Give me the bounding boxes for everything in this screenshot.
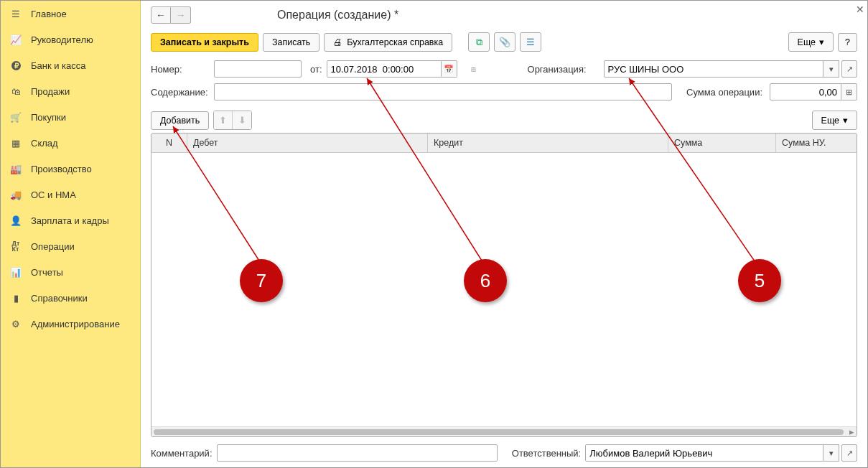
responsible-input[interactable]: [585, 444, 823, 462]
move-up-button[interactable]: ⬆: [214, 111, 233, 129]
content-input[interactable]: [214, 83, 672, 100]
arrow-down-icon: ⬇: [238, 115, 246, 126]
org-dropdown-button[interactable]: ▾: [823, 60, 839, 78]
th-sum-nu[interactable]: Сумма НУ.: [776, 134, 857, 152]
truck-icon: 🚚: [9, 188, 22, 201]
book-icon: ▮: [9, 291, 22, 304]
sidebar-item-operations[interactable]: ДтКт Операции: [1, 233, 140, 259]
help-button[interactable]: ?: [838, 33, 857, 52]
sidebar-item-admin[interactable]: ⚙ Администрирование: [1, 311, 140, 337]
table-body[interactable]: [151, 153, 857, 426]
calculator-icon: ⊞: [846, 88, 852, 97]
menu-icon: ☰: [9, 7, 22, 20]
comment-input[interactable]: [217, 444, 498, 462]
paperclip-icon: 📎: [499, 37, 510, 47]
ruble-icon: ₽: [9, 59, 22, 72]
time-button[interactable]: ⧆: [466, 60, 482, 78]
calc-button[interactable]: ⊞: [841, 83, 857, 100]
sidebar-item-label: Продажи: [31, 86, 70, 97]
nav-back-button[interactable]: ←: [151, 6, 171, 24]
sidebar: ☰ Главное 📈 Руководителю ₽ Банк и касса …: [1, 1, 141, 467]
table-header: N Дебет Кредит Сумма Сумма НУ.: [151, 134, 857, 153]
link-icon: ⧉: [476, 37, 482, 48]
sidebar-item-label: Производство: [31, 164, 92, 174]
content-label: Содержание:: [151, 87, 210, 98]
calendar-icon: 📅: [444, 65, 454, 74]
sidebar-item-reports[interactable]: 📊 Отчеты: [1, 259, 140, 285]
sidebar-item-label: Отчеты: [31, 267, 63, 278]
chevron-down-icon: ▾: [843, 115, 848, 126]
sidebar-item-production[interactable]: 🏭 Производство: [1, 156, 140, 182]
date-picker-button[interactable]: 📅: [442, 60, 457, 78]
sidebar-item-label: Зарплата и кадры: [31, 215, 109, 226]
sum-input[interactable]: [770, 83, 841, 100]
comment-label: Комментарий:: [151, 448, 213, 459]
number-input[interactable]: [214, 60, 302, 78]
list-button[interactable]: ☰: [520, 32, 541, 52]
main-content: ✕ ← → Операция (создание) * Записать и з…: [141, 1, 867, 467]
entries-table: N Дебет Кредит Сумма Сумма НУ. ▸: [151, 133, 857, 437]
table-more-button[interactable]: Еще ▾: [812, 111, 857, 130]
factory-icon: 🏭: [9, 162, 22, 175]
cart-icon: 🛒: [9, 111, 22, 123]
org-label: Организация:: [528, 64, 599, 75]
report-button[interactable]: 🖨 Бухгалтерская справка: [324, 33, 452, 52]
chart-icon: 📈: [9, 33, 22, 46]
th-credit[interactable]: Кредит: [428, 134, 668, 152]
bars-icon: 📊: [9, 266, 22, 279]
sidebar-item-warehouse[interactable]: ▦ Склад: [1, 130, 140, 156]
save-close-button[interactable]: Записать и закрыть: [151, 33, 258, 52]
arrow-up-icon: ⬆: [219, 115, 227, 126]
sidebar-item-label: Операции: [31, 241, 75, 252]
org-input[interactable]: [604, 60, 823, 78]
sidebar-item-manager[interactable]: 📈 Руководителю: [1, 27, 140, 52]
page-title: Операция (создание) *: [277, 9, 398, 22]
move-down-button[interactable]: ⬇: [233, 111, 251, 129]
svg-text:₽: ₽: [14, 62, 19, 70]
printer-icon: 🖨: [333, 37, 343, 47]
gear-icon: ⚙: [9, 317, 22, 330]
nav-forward-button[interactable]: →: [171, 6, 191, 24]
sidebar-item-bank[interactable]: ₽ Банк и касса: [1, 52, 140, 78]
sidebar-item-label: Администрирование: [31, 319, 120, 329]
from-label: от:: [310, 64, 322, 75]
th-debit[interactable]: Дебет: [187, 134, 428, 152]
person-icon: 👤: [9, 214, 22, 227]
responsible-dropdown-button[interactable]: ▾: [823, 444, 839, 462]
sidebar-item-label: Главное: [31, 9, 67, 19]
clock-icon: ⧆: [471, 65, 476, 74]
more-button[interactable]: Еще ▾: [788, 32, 834, 52]
number-label: Номер:: [151, 64, 210, 75]
list-icon: ☰: [526, 37, 535, 47]
th-sum[interactable]: Сумма: [668, 134, 776, 152]
sidebar-item-label: Справочники: [31, 293, 88, 304]
horizontal-scrollbar[interactable]: ▸: [151, 426, 857, 436]
debit-credit-icon: ДтКт: [9, 240, 22, 253]
move-buttons: ⬆ ⬇: [213, 111, 252, 130]
sidebar-item-directories[interactable]: ▮ Справочники: [1, 285, 140, 311]
scroll-right-icon[interactable]: ▸: [849, 426, 854, 437]
sum-label: Сумма операции:: [686, 87, 765, 98]
sidebar-item-label: Руководителю: [31, 34, 93, 45]
th-n[interactable]: N: [151, 134, 187, 152]
sidebar-item-label: Банк и касса: [31, 60, 86, 71]
scroll-thumb[interactable]: [154, 429, 844, 435]
add-button[interactable]: Добавить: [151, 111, 209, 130]
date-input[interactable]: [327, 60, 442, 78]
sidebar-item-sales[interactable]: 🛍 Продажи: [1, 78, 140, 104]
chevron-down-icon: ▾: [819, 37, 824, 47]
bag-icon: 🛍: [9, 85, 22, 98]
link-button[interactable]: ⧉: [468, 32, 490, 52]
org-open-button[interactable]: ↗: [841, 60, 857, 78]
boxes-icon: ▦: [9, 136, 22, 149]
sidebar-item-purchases[interactable]: 🛒 Покупки: [1, 104, 140, 130]
attach-button[interactable]: 📎: [494, 32, 515, 52]
sidebar-item-payroll[interactable]: 👤 Зарплата и кадры: [1, 207, 140, 233]
sidebar-item-main[interactable]: ☰ Главное: [1, 1, 140, 27]
sidebar-item-assets[interactable]: 🚚 ОС и НМА: [1, 182, 140, 207]
sidebar-item-label: Склад: [31, 138, 58, 149]
sidebar-item-label: Покупки: [31, 112, 66, 123]
responsible-open-button[interactable]: ↗: [841, 444, 857, 462]
save-button[interactable]: Записать: [263, 33, 319, 52]
responsible-label: Ответственный:: [512, 448, 581, 459]
